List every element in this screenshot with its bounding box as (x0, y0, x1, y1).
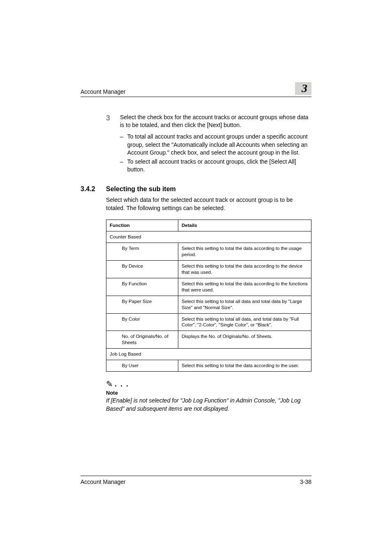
table-cell-details: Displays the No. of Originals/No. of She… (178, 331, 311, 349)
page-footer: Account Manager 3-38 (81, 476, 311, 485)
table-row: By Paper Size Select this setting to tot… (106, 296, 311, 313)
table-cell-name: By Paper Size (119, 296, 178, 313)
note-body: If [Enable] is not selected for "Job Log… (106, 397, 311, 413)
note-block: ✎. . . Note If [Enable] is not selected … (106, 379, 311, 413)
table-row: By Function Select this setting to total… (106, 278, 311, 296)
table-group-joblog: Job Log Based (106, 349, 311, 360)
step-text: Select the check box for the account tra… (120, 113, 311, 130)
table-cell-details: Select this setting to total the data ac… (178, 360, 311, 372)
table-cell-details: Select this setting to total all data, a… (178, 313, 311, 331)
note-icon: ✎ (106, 379, 113, 389)
dash-icon: – (120, 133, 123, 157)
table-cell-details: Select this setting to total the data ac… (178, 278, 311, 296)
table-cell-name: By Function (119, 278, 178, 296)
step-subitem-text: To total all account tracks and account … (127, 133, 311, 157)
table-group-counter: Counter Based (106, 231, 311, 243)
step-subitem: – To total all account tracks and accoun… (120, 133, 311, 157)
table-header-function: Function (106, 220, 178, 231)
table-row: By Device Select this setting to total t… (106, 260, 311, 278)
table-cell-name: By Device (119, 260, 178, 278)
page-header: Account Manager 3 (81, 82, 311, 97)
table-cell-details: Select this setting to total the data ac… (178, 260, 311, 278)
table-cell-name: By User (119, 360, 178, 372)
section-paragraph: Select which data for the selected accou… (106, 196, 311, 212)
step-subitem: – To select all account tracks or accoun… (120, 158, 311, 174)
step-number: 3 (106, 113, 112, 130)
table-cell-details: Select this setting to total all data an… (178, 296, 311, 313)
footer-title: Account Manager (81, 479, 126, 485)
section-title: Selecting the sub item (106, 185, 176, 193)
table-header-details: Details (178, 220, 311, 231)
table-cell-name: No. of Originals/No. of Sheets (119, 331, 178, 349)
section-number: 3.4.2 (81, 185, 99, 193)
step-3: 3 Select the check box for the account t… (106, 113, 311, 130)
table-cell-name: By Term (119, 243, 178, 261)
table-row: By Color Select this setting to total al… (106, 313, 311, 331)
table-row: By User Select this setting to total the… (106, 360, 311, 372)
dash-icon: – (120, 158, 123, 174)
table-row: No. of Originals/No. of Sheets Displays … (106, 331, 311, 349)
footer-page-number: 3-38 (300, 479, 311, 485)
ellipsis-icon: . . . (115, 380, 129, 388)
table-cell-details: Select this setting to total the data ac… (178, 243, 311, 261)
step-subitem-text: To select all account tracks or account … (127, 158, 311, 174)
header-title: Account Manager (81, 88, 126, 95)
note-label: Note (106, 390, 311, 396)
table-row: By Term Select this setting to total the… (106, 243, 311, 261)
table-cell-name: By Color (119, 313, 178, 331)
settings-table: Function Details Counter Based By Term S… (106, 220, 311, 372)
chapter-number: 3 (295, 82, 311, 95)
